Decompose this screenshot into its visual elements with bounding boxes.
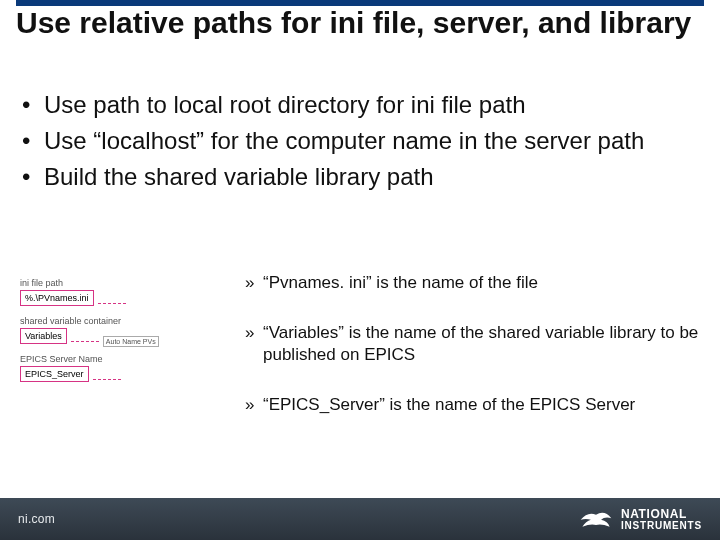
- footer-bar: ni.com NATIONAL INSTRUMENTS: [0, 498, 720, 540]
- diagram-label: EPICS Server Name: [20, 354, 215, 364]
- bullet-item: Use path to local root directory for ini…: [20, 90, 700, 120]
- footer-url: ni.com: [18, 512, 55, 526]
- wire-icon: [98, 303, 126, 304]
- sub-bullet-item: “Variables” is the name of the shared va…: [245, 322, 700, 366]
- ni-wordmark: NATIONAL INSTRUMENTS: [621, 507, 702, 531]
- main-bullets: Use path to local root directory for ini…: [20, 90, 700, 198]
- wire-icon: [71, 341, 99, 342]
- eagle-icon: [579, 506, 613, 532]
- diagram-box: %.\PVnames.ini: [20, 290, 94, 306]
- bullet-item: Build the shared variable library path: [20, 162, 700, 192]
- wire-icon: [93, 379, 121, 380]
- diagram-label: shared variable container: [20, 316, 215, 326]
- diagram-aux-box: Auto Name PVs: [103, 336, 159, 347]
- bullet-item: Use “localhost” for the computer name in…: [20, 126, 700, 156]
- labview-diagram: ini file path %.\PVnames.ini shared vari…: [20, 272, 215, 444]
- slide: Use relative paths for ini file, server,…: [0, 0, 720, 540]
- sub-bullets: “Pvnames. ini” is the name of the file “…: [215, 272, 700, 444]
- brand-bottom: INSTRUMENTS: [621, 520, 702, 531]
- slide-title: Use relative paths for ini file, server,…: [16, 6, 704, 40]
- brand-top: NATIONAL: [621, 507, 687, 521]
- sub-bullet-item: “EPICS_Server” is the name of the EPICS …: [245, 394, 700, 416]
- diagram-box: EPICS_Server: [20, 366, 89, 382]
- detail-area: ini file path %.\PVnames.ini shared vari…: [20, 272, 700, 444]
- sub-bullet-item: “Pvnames. ini” is the name of the file: [245, 272, 700, 294]
- ni-logo: NATIONAL INSTRUMENTS: [579, 506, 702, 532]
- diagram-label: ini file path: [20, 278, 215, 288]
- diagram-box: Variables: [20, 328, 67, 344]
